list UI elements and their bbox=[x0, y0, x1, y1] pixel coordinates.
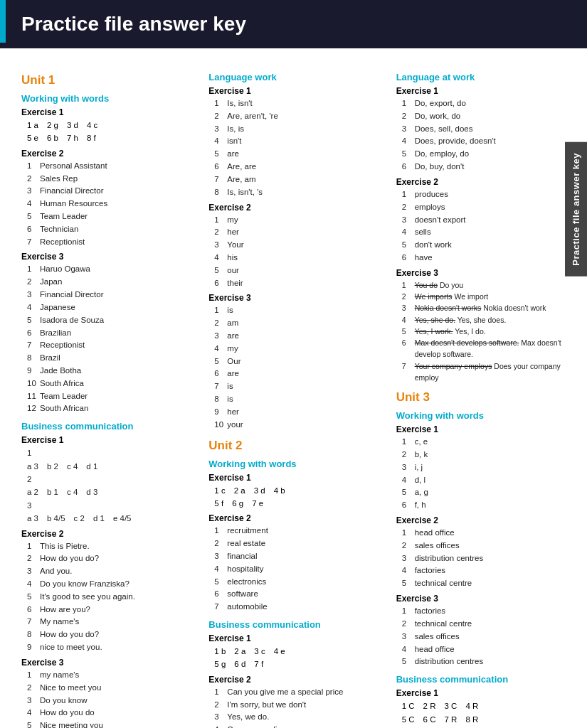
list-item: 5It's good to see you again. bbox=[27, 591, 194, 604]
list-item: 6Do, buy, don't bbox=[402, 161, 569, 173]
column-1: Unit 1 Working with words Exercise 1 1 a… bbox=[21, 66, 194, 728]
list-item: 5electronics bbox=[214, 576, 381, 589]
list-item: 9her bbox=[214, 406, 381, 419]
list-item: 8How do you do? bbox=[27, 628, 194, 641]
ex1-row2: 5 e 6 b 7 h 8 f bbox=[27, 132, 194, 144]
list-item: 8is bbox=[214, 393, 381, 406]
ex1-row: 1 c 2 a 3 d 4 b bbox=[214, 484, 381, 497]
list-item: 4his bbox=[214, 252, 381, 264]
list-item: 1Can you give me a special price bbox=[214, 686, 381, 699]
list-item: 5distribution centres bbox=[402, 655, 569, 668]
list-item: 3financial bbox=[214, 550, 381, 563]
list-item: 3Yes, we do. bbox=[214, 711, 381, 724]
list-item: 1factories bbox=[402, 605, 569, 618]
ex3-items: 1You do Do you 2We imports We import 3No… bbox=[402, 279, 569, 383]
header: Practice file answer key bbox=[0, 0, 587, 48]
ex-heading: Exercise 2 bbox=[208, 675, 381, 685]
list-item: 1This is Pietre. bbox=[27, 540, 194, 553]
ex-heading: Exercise 1 bbox=[396, 688, 569, 698]
lang-work-heading-1: Language work bbox=[208, 72, 381, 82]
list-item: 5Our bbox=[214, 355, 381, 368]
ex2-items: 1Can you give me a special price 2I'm so… bbox=[214, 686, 381, 728]
ex-heading: Exercise 1 bbox=[208, 633, 381, 643]
ex2-items: 1This is Pietre. 2How do you do? 3And yo… bbox=[27, 540, 194, 654]
list-item: 5Team Leader bbox=[27, 210, 194, 223]
list-item: 6have bbox=[402, 252, 569, 264]
list-item: 2sales offices bbox=[402, 540, 569, 552]
list-item: 1head office bbox=[402, 527, 569, 540]
list-item: 2How do you do? bbox=[27, 552, 194, 565]
list-item: 1my name's bbox=[27, 669, 194, 682]
list-item: 4my bbox=[214, 343, 381, 355]
list-item: 4How do you do bbox=[27, 707, 194, 719]
item: 8 f bbox=[87, 132, 96, 144]
ex-heading: Exercise 2 bbox=[208, 513, 381, 523]
list-item: 6Max doesn't develops software. Max does… bbox=[402, 337, 569, 360]
unit1-heading: Unit 1 bbox=[21, 73, 194, 87]
ex2-items: 1head office 2sales offices 3distributio… bbox=[402, 527, 569, 590]
list-item: 6f, h bbox=[402, 499, 569, 512]
working-words-2: Working with words bbox=[208, 459, 381, 469]
list-item: 4Yes, she do. Yes, she does. bbox=[402, 314, 569, 326]
list-item: 4Do you know Franziska? bbox=[27, 578, 194, 591]
list-item: 4Japanese bbox=[27, 301, 194, 314]
list-item: 7Your company employs Does your company … bbox=[402, 360, 569, 384]
ex-heading: Exercise 3 bbox=[21, 252, 194, 262]
column-2: Language work Exercise 1 1Is, isn't 2Are… bbox=[208, 66, 381, 728]
list-item: 4sells bbox=[402, 226, 569, 239]
ex3-items: 1factories 2technical centre 3sales offi… bbox=[402, 605, 569, 668]
ex1-items: 1Is, isn't 2Are, aren't, 're 3Is, is 4is… bbox=[214, 97, 381, 199]
page-title: Practice file answer key bbox=[21, 13, 246, 36]
list-item: 9Jade Botha bbox=[27, 365, 194, 378]
ex-heading: Exercise 3 bbox=[396, 594, 569, 604]
list-item: 8Is, isn't, 's bbox=[214, 186, 381, 199]
unit2-heading: Unit 2 bbox=[208, 439, 381, 453]
item: 4 c bbox=[87, 119, 97, 132]
list-item: 5are bbox=[214, 148, 381, 161]
list-item: 9nice to meet you. bbox=[27, 641, 194, 654]
ex3-items: 1my name's 2Nice to meet you 3Do you kno… bbox=[27, 669, 194, 728]
bc-ex1: 1 a 3 b 2 c 4 d 1 2 a 2 b 1 c 4 d 3 3 a … bbox=[27, 446, 194, 525]
unit3-heading: Unit 3 bbox=[396, 390, 569, 405]
column-3: Language at work Exercise 1 1Do, export,… bbox=[396, 66, 569, 728]
list-item: 1produces bbox=[402, 188, 569, 201]
ex-heading: Exercise 2 bbox=[21, 149, 194, 159]
lang-work-heading-2: Language at work bbox=[396, 72, 569, 82]
list-item: 3Your bbox=[214, 239, 381, 252]
list-item: 10your bbox=[214, 419, 381, 432]
list-item: 3doesn't export bbox=[402, 214, 569, 227]
list-item: 1my bbox=[214, 214, 381, 227]
list-item: 2We imports We import bbox=[402, 291, 569, 302]
item: 7 h bbox=[67, 132, 78, 144]
list-item: 2Sales Rep bbox=[27, 173, 194, 186]
list-item: 3are bbox=[214, 330, 381, 343]
list-item: 6Are, are bbox=[214, 161, 381, 173]
side-tab: Practice file answer key bbox=[565, 142, 587, 277]
list-item: 11Team Leader bbox=[27, 390, 194, 403]
list-item: 6Technician bbox=[27, 223, 194, 236]
page-container: Practice file answer key Practice file a… bbox=[0, 0, 587, 728]
ex-heading: Exercise 1 bbox=[21, 107, 194, 117]
list-item: 1Haruo Ogawa bbox=[27, 263, 194, 276]
list-item: 2technical centre bbox=[402, 618, 569, 631]
ex1-items: 1Do, export, do 2Do, work, do 3Does, sel… bbox=[402, 97, 569, 173]
list-item: 4Does, provide, doesn't bbox=[402, 135, 569, 148]
ex-heading: Exercise 1 bbox=[208, 86, 381, 96]
list-item: 7Receptionist bbox=[27, 339, 194, 352]
list-item: 5don't work bbox=[402, 239, 569, 252]
list-item: 1c, e bbox=[402, 436, 569, 449]
list-item: 5our bbox=[214, 264, 381, 277]
list-item: 3Does, sell, does bbox=[402, 123, 569, 136]
ex-heading: Exercise 2 bbox=[396, 177, 569, 187]
item: 2 g bbox=[47, 119, 58, 132]
list-item: 3Financial Director bbox=[27, 289, 194, 301]
ex3-items: 1is 2am 3are 4my 5Our 6are 7is 8is 9her … bbox=[214, 304, 381, 431]
ex-heading: Exercise 3 bbox=[396, 268, 569, 278]
list-item: 3Do you know bbox=[27, 695, 194, 707]
main-content: Unit 1 Working with words Exercise 1 1 a… bbox=[0, 63, 587, 728]
list-item: 1 bbox=[27, 446, 194, 459]
item: 3 d bbox=[67, 119, 78, 132]
list-item: 6software bbox=[214, 588, 381, 601]
bc3-ex1-row1: 1 C 2 R 3 C 4 R bbox=[402, 700, 569, 712]
list-item: 6their bbox=[214, 277, 381, 290]
